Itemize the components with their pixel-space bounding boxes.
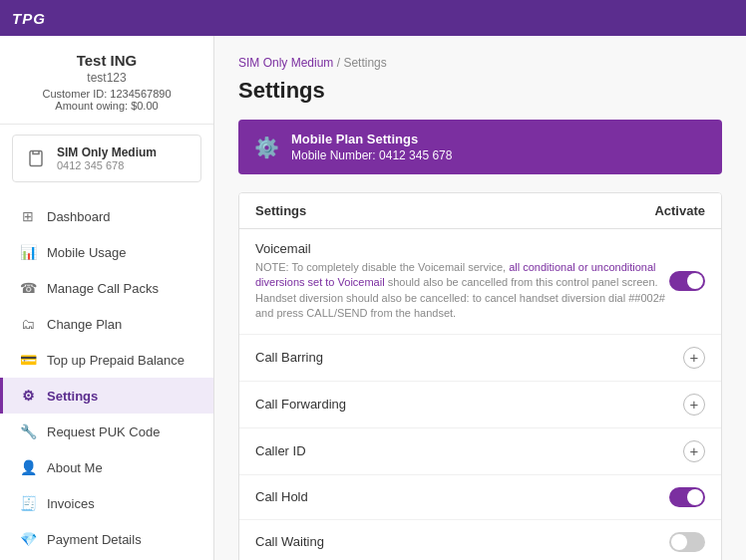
voicemail-note: NOTE: To completely disable the Voicemai… [255, 260, 669, 322]
settings-row-call-forwarding: Call Forwarding+ [239, 382, 721, 428]
mobile-usage-icon: 📊 [19, 243, 37, 261]
voicemail-left: VoicemailNOTE: To completely disable the… [255, 241, 669, 322]
sim-card-widget[interactable]: SIM Only Medium 0412 345 678 [12, 135, 201, 182]
amount-owing: Amount owing: $0.00 [12, 100, 201, 112]
sidebar-user-info: Test ING test123 Customer ID: 1234567890… [0, 36, 213, 125]
col-settings-label: Settings [255, 203, 306, 218]
voicemail-label: Voicemail [255, 241, 669, 256]
sidebar-item-manage-call-packs[interactable]: ☎Manage Call Packs [0, 270, 213, 306]
breadcrumb-link[interactable]: SIM Only Medium [238, 56, 333, 70]
settings-gear-icon: ⚙️ [254, 136, 279, 159]
caller-id-label: Caller ID [255, 443, 306, 458]
manage-call-packs-label: Manage Call Packs [47, 281, 159, 296]
invoices-icon: 🧾 [19, 494, 37, 512]
settings-table: Settings Activate VoicemailNOTE: To comp… [238, 192, 722, 560]
mobile-usage-label: Mobile Usage [47, 245, 127, 260]
sidebar-item-top-up[interactable]: 💳Top up Prepaid Balance [0, 342, 213, 378]
plan-header-bar: ⚙️ Mobile Plan Settings Mobile Number: 0… [238, 120, 722, 174]
settings-row-call-waiting: Call Waiting [239, 520, 721, 560]
sidebar-item-request-puk[interactable]: 🔧Request PUK Code [0, 414, 213, 449]
plan-header-number: Mobile Number: 0412 345 678 [291, 148, 452, 162]
plan-header-text: Mobile Plan Settings Mobile Number: 0412… [291, 132, 452, 162]
request-puk-icon: 🔧 [19, 422, 37, 440]
call-barring-label: Call Barring [255, 350, 323, 365]
sim-icon [25, 147, 47, 169]
col-activate-label: Activate [654, 203, 705, 218]
change-plan-label: Change Plan [47, 317, 122, 332]
user-name: Test ING [12, 52, 201, 69]
caller-id-left: Caller ID [255, 443, 306, 458]
settings-row-voicemail: VoicemailNOTE: To completely disable the… [239, 229, 721, 335]
call-barring-control: + [683, 347, 705, 369]
plan-header-title: Mobile Plan Settings [291, 132, 452, 146]
sim-details: SIM Only Medium 0412 345 678 [57, 145, 157, 171]
payment-details-icon: 💎 [19, 530, 37, 548]
tpg-logo: TPG [12, 10, 46, 27]
about-me-icon: 👤 [19, 458, 37, 476]
settings-rows: VoicemailNOTE: To completely disable the… [239, 229, 721, 560]
settings-row-caller-id: Caller ID+ [239, 428, 721, 475]
call-forwarding-left: Call Forwarding [255, 397, 346, 412]
call-forwarding-label: Call Forwarding [255, 397, 346, 412]
main-content: SIM Only Medium / Settings Settings ⚙️ M… [214, 36, 746, 560]
settings-label: Settings [47, 389, 98, 404]
settings-table-header: Settings Activate [239, 193, 721, 229]
caller-id-control: + [683, 440, 705, 462]
call-forwarding-control: + [683, 394, 705, 416]
payment-details-label: Payment Details [47, 532, 142, 547]
customer-id: Customer ID: 1234567890 [12, 88, 201, 100]
sim-number: 0412 345 678 [57, 159, 157, 171]
settings-row-call-barring: Call Barring+ [239, 335, 721, 382]
voicemail-control [669, 271, 705, 291]
breadcrumb: SIM Only Medium / Settings [238, 56, 722, 70]
dashboard-label: Dashboard [47, 209, 111, 224]
settings-row-call-hold: Call Hold [239, 475, 721, 520]
sidebar-item-change-plan[interactable]: 🗂Change Plan [0, 306, 213, 342]
sidebar-nav: ⊞Dashboard📊Mobile Usage☎Manage Call Pack… [0, 192, 213, 560]
sidebar-item-payment-details[interactable]: 💎Payment Details [0, 521, 213, 557]
settings-icon: ⚙ [19, 387, 37, 405]
about-me-label: About Me [47, 460, 103, 475]
call-waiting-control [669, 532, 705, 552]
call-barring-left: Call Barring [255, 350, 323, 365]
call-barring-expand-button[interactable]: + [683, 347, 705, 369]
call-hold-left: Call Hold [255, 489, 308, 504]
voicemail-toggle-knob [687, 273, 703, 289]
call-waiting-toggle-knob [671, 534, 687, 550]
page-title: Settings [238, 78, 722, 104]
sidebar-item-dashboard[interactable]: ⊞Dashboard [0, 198, 213, 234]
top-up-icon: 💳 [19, 351, 37, 369]
sidebar: Test ING test123 Customer ID: 1234567890… [0, 36, 214, 560]
sim-name: SIM Only Medium [57, 145, 157, 159]
voicemail-toggle[interactable] [669, 271, 705, 291]
dashboard-icon: ⊞ [19, 207, 37, 225]
topbar: TPG [0, 0, 746, 36]
call-hold-label: Call Hold [255, 489, 308, 504]
sidebar-item-mobile-usage[interactable]: 📊Mobile Usage [0, 234, 213, 270]
user-email: test123 [12, 71, 201, 85]
sidebar-item-about-me[interactable]: 👤About Me [0, 449, 213, 485]
call-forwarding-expand-button[interactable]: + [683, 394, 705, 416]
call-hold-toggle[interactable] [669, 487, 705, 507]
call-waiting-left: Call Waiting [255, 534, 324, 549]
call-hold-toggle-knob [687, 489, 703, 505]
call-waiting-label: Call Waiting [255, 534, 324, 549]
change-plan-icon: 🗂 [19, 315, 37, 333]
invoices-label: Invoices [47, 496, 95, 511]
manage-call-packs-icon: ☎ [19, 279, 37, 297]
main-layout: Test ING test123 Customer ID: 1234567890… [0, 36, 746, 560]
call-waiting-toggle[interactable] [669, 532, 705, 552]
request-puk-label: Request PUK Code [47, 424, 160, 439]
call-hold-control [669, 487, 705, 507]
sidebar-item-invoices[interactable]: 🧾Invoices [0, 485, 213, 521]
top-up-label: Top up Prepaid Balance [47, 353, 185, 368]
sidebar-item-settings[interactable]: ⚙Settings [0, 378, 213, 414]
caller-id-expand-button[interactable]: + [683, 440, 705, 462]
